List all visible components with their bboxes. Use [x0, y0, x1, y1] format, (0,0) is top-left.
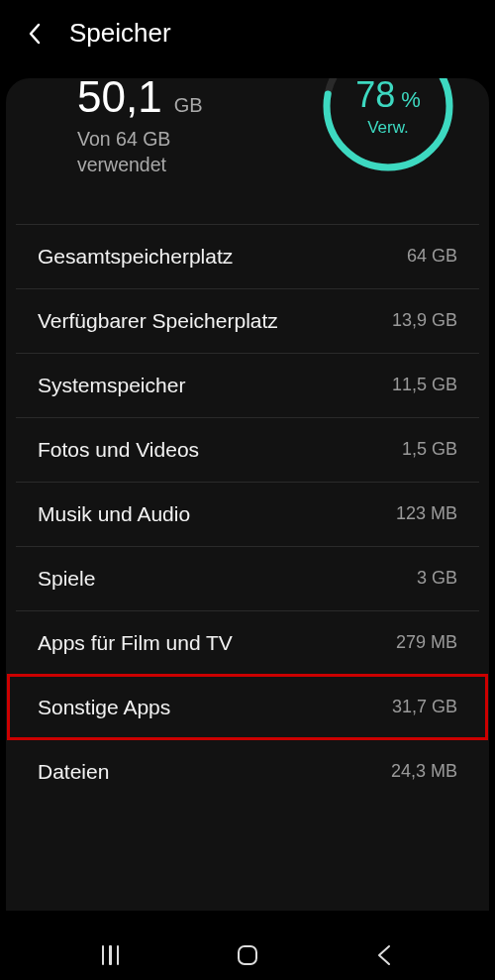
storage-item-label: Musik und Audio: [38, 502, 190, 526]
ring-percent-label: Verw.: [367, 118, 409, 138]
storage-item-value: 24,3 MB: [391, 761, 457, 782]
home-icon[interactable]: [233, 940, 262, 970]
page-title: Speicher: [69, 18, 171, 49]
content-panel: 50,1 GB Von 64 GB verwendet 78 % Verw. G…: [6, 78, 489, 911]
storage-item-value: 11,5 GB: [392, 375, 457, 395]
storage-item[interactable]: Apps für Film und TV279 MB: [16, 610, 479, 675]
storage-item-value: 64 GB: [407, 246, 457, 267]
storage-item-label: Systemspeicher: [38, 374, 185, 397]
storage-item[interactable]: Gesamtspeicherplatz64 GB: [16, 224, 479, 288]
ring-text: 78 % Verw.: [319, 78, 457, 175]
ring-percent-value: 78: [355, 78, 395, 116]
storage-item-value: 1,5 GB: [402, 439, 457, 460]
storage-item-value: 123 MB: [396, 503, 457, 524]
ring-percent-symbol: %: [401, 87, 421, 113]
storage-summary: 50,1 GB Von 64 GB verwendet 78 % Verw.: [6, 78, 489, 224]
used-unit: GB: [174, 94, 203, 117]
storage-item-value: 3 GB: [417, 568, 457, 589]
storage-item[interactable]: Verfügbarer Speicherplatz13,9 GB: [16, 288, 479, 353]
storage-item[interactable]: Fotos und Videos1,5 GB: [16, 417, 479, 482]
used-amount: 50,1: [77, 78, 162, 122]
svg-rect-2: [239, 946, 256, 964]
recents-icon[interactable]: [95, 940, 125, 970]
usage-ring: 78 % Verw.: [319, 78, 457, 175]
usage-text-block: 50,1 GB Von 64 GB verwendet: [77, 78, 203, 178]
storage-item[interactable]: Systemspeicher11,5 GB: [16, 353, 479, 417]
storage-item-label: Verfügbarer Speicherplatz: [38, 309, 278, 333]
nav-back-icon[interactable]: [370, 940, 400, 970]
storage-list: Gesamtspeicherplatz64 GBVerfügbarer Spei…: [6, 224, 489, 804]
navigation-bar: [0, 930, 495, 980]
storage-item[interactable]: Dateien24,3 MB: [16, 739, 479, 804]
storage-item[interactable]: Sonstige Apps31,7 GB: [8, 675, 487, 739]
usage-value: 50,1 GB: [77, 78, 203, 122]
usage-sub-line1: Von 64 GB: [77, 126, 203, 152]
storage-item-label: Dateien: [38, 760, 109, 784]
storage-item-label: Fotos und Videos: [38, 438, 199, 462]
storage-item-label: Sonstige Apps: [38, 696, 170, 719]
storage-item[interactable]: Musik und Audio123 MB: [16, 482, 479, 546]
storage-item-value: 13,9 GB: [392, 310, 457, 331]
ring-percent: 78 %: [355, 78, 421, 116]
usage-subtitle: Von 64 GB verwendet: [77, 126, 203, 178]
storage-item-value: 279 MB: [396, 632, 457, 653]
storage-item-label: Apps für Film und TV: [38, 631, 233, 655]
storage-item-label: Spiele: [38, 567, 95, 591]
storage-item[interactable]: Spiele3 GB: [16, 546, 479, 610]
storage-item-label: Gesamtspeicherplatz: [38, 245, 233, 269]
usage-sub-line2: verwendet: [77, 152, 203, 177]
storage-item-value: 31,7 GB: [392, 697, 457, 717]
back-icon[interactable]: [28, 22, 42, 46]
app-header: Speicher: [0, 0, 495, 66]
